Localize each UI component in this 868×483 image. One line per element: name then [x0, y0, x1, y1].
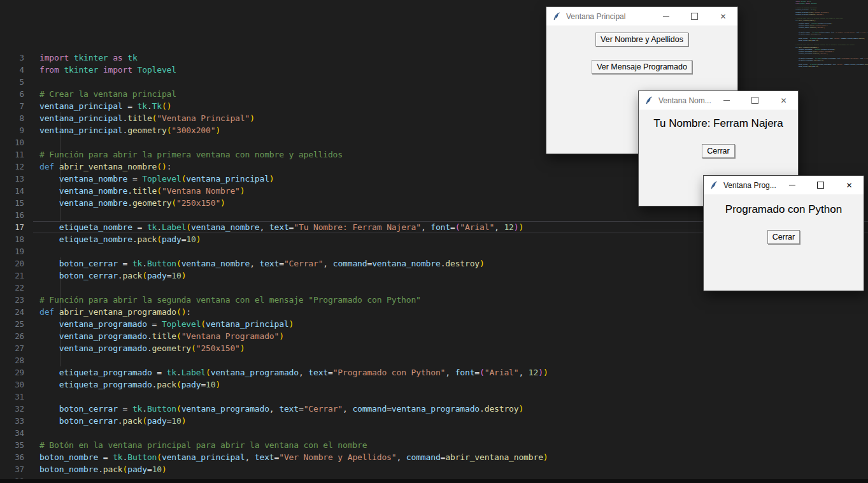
line-number: 12 [0, 161, 24, 173]
minimize-button[interactable] [712, 91, 741, 110]
code-line-31[interactable]: 31 [0, 391, 868, 403]
code-text: ventana_nombre.geometry("250x150") [24, 197, 225, 209]
line-number: 23 [0, 294, 24, 306]
close-button[interactable]: ✕ [769, 91, 798, 110]
maximize-icon [751, 97, 758, 104]
minimize-button[interactable] [651, 7, 680, 25]
close-icon: ✕ [846, 182, 852, 189]
minimize-icon [663, 16, 669, 17]
code-line-32[interactable]: 32 boton_cerrar = tk.Button(ventana_prog… [0, 403, 868, 415]
close-button[interactable]: ✕ [835, 176, 864, 194]
tk-feather-icon [709, 181, 718, 190]
code-text: ventana_nombre.title("Ventana Nombre") [24, 185, 245, 197]
close-icon: ✕ [780, 97, 786, 105]
code-line-28[interactable]: 28 [0, 354, 868, 366]
line-number: 35 [0, 439, 24, 451]
code-text: def abrir_ventana_programado(): [24, 306, 191, 318]
code-line-25[interactable]: 25 ventana_programado = Toplevel(ventana… [0, 318, 868, 330]
code-text: etiqueta_programado = tk.Label(ventana_p… [24, 366, 548, 378]
line-number: 27 [0, 342, 24, 354]
code-text [24, 245, 39, 257]
code-text: ventana_principal.geometry("300x200") [24, 124, 220, 136]
code-line-26[interactable]: 26 ventana_programado.title("Ventana Pro… [0, 330, 868, 342]
code-text: ventana_principal = tk.Tk() [24, 100, 171, 112]
code-line-34[interactable]: 34 [0, 427, 868, 439]
line-number: 22 [0, 282, 24, 294]
minimap[interactable]: import tkinter as tkfrom tkinter import … [793, 0, 868, 70]
line-number: 31 [0, 391, 24, 403]
titlebar-ventana-nombre[interactable]: Ventana Nom... ✕ [639, 91, 798, 110]
maximize-button[interactable] [680, 7, 709, 25]
code-text: boton_cerrar.pack(pady=10) [24, 415, 186, 427]
line-number: 29 [0, 366, 24, 378]
titlebar-ventana-principal[interactable]: Ventana Principal ✕ [546, 7, 737, 25]
window-title: Ventana Prog... [723, 181, 776, 190]
code-line-36[interactable]: 36boton_nombre = tk.Button(ventana_princ… [0, 451, 868, 463]
line-number: 11 [0, 148, 24, 161]
line-number: 28 [0, 354, 24, 366]
line-number: 30 [0, 378, 24, 391]
code-line-27[interactable]: 27 ventana_programado.geometry("250x150"… [0, 342, 868, 354]
code-line-24[interactable]: 24def abrir_ventana_programado(): [0, 306, 868, 318]
code-text: # Crear la ventana principal [24, 88, 176, 100]
programado-label: Programado con Python [725, 203, 842, 216]
code-text: ventana_nombre = Toplevel(ventana_princi… [24, 173, 274, 185]
line-number: 13 [0, 173, 24, 185]
line-number: 25 [0, 318, 24, 330]
window-ventana-programado[interactable]: Ventana Prog... ✕ Programado con Python … [703, 175, 864, 291]
code-text: # Función para abrir la segunda ventana … [24, 294, 421, 306]
code-text: # Botón en la ventana principal para abr… [24, 439, 367, 451]
minimize-button[interactable] [778, 176, 806, 194]
window-body: Programado con Python Cerrar [704, 194, 864, 244]
line-number: 15 [0, 197, 24, 209]
code-text: etiqueta_nombre = tk.Label(ventana_nombr… [24, 221, 523, 233]
maximize-button[interactable] [741, 91, 769, 110]
cerrar-button[interactable]: Cerrar [767, 230, 800, 244]
maximize-button[interactable] [806, 176, 835, 194]
line-number: 32 [0, 403, 24, 415]
code-text [24, 76, 39, 88]
line-number: 3 [0, 52, 24, 64]
window-body: Tu Nombre: Ferram Najera Cerrar [639, 110, 798, 158]
ver-mensaje-programado-button[interactable]: Ver Mensaje Programado [592, 60, 692, 74]
line-number: 9 [0, 124, 24, 136]
titlebar-ventana-programado[interactable]: Ventana Prog... ✕ [704, 176, 864, 194]
ver-nombre-apellidos-button[interactable]: Ver Nombre y Apellidos [595, 32, 688, 47]
line-number: 36 [0, 451, 24, 463]
line-number: 19 [0, 245, 24, 257]
window-title: Ventana Nom... [658, 96, 711, 105]
maximize-icon [817, 182, 824, 189]
cerrar-button[interactable]: Cerrar [702, 144, 734, 158]
close-button[interactable]: ✕ [709, 7, 737, 25]
line-number: 24 [0, 306, 24, 318]
code-text [24, 427, 39, 439]
line-number: 14 [0, 185, 24, 197]
tk-feather-icon [552, 12, 561, 21]
line-number: 6 [0, 88, 24, 100]
minimize-icon [723, 100, 730, 101]
code-text [24, 209, 39, 221]
code-line-30[interactable]: 30 etiqueta_programado.pack(pady=10) [0, 378, 868, 391]
code-text: # Función para abrir la primera ventana … [24, 148, 343, 161]
line-number: 17 [0, 221, 24, 233]
line-number: 34 [0, 427, 24, 439]
line-number: 5 [0, 76, 24, 88]
line-number: 37 [0, 463, 24, 475]
code-line-37[interactable]: 37boton_nombre.pack(pady=10) [0, 463, 868, 475]
code-text: boton_nombre.pack(pady=10) [24, 463, 167, 475]
code-text: boton_nombre = tk.Button(ventana_princip… [24, 451, 548, 463]
code-line-29[interactable]: 29 etiqueta_programado = tk.Label(ventan… [0, 366, 868, 378]
code-text: ventana_principal.title("Ventana Princip… [24, 112, 255, 124]
maximize-icon [691, 13, 698, 20]
code-text [24, 136, 39, 148]
code-text: etiqueta_programado.pack(pady=10) [24, 378, 220, 391]
code-text [24, 282, 39, 294]
code-line-35[interactable]: 35# Botón en la ventana principal para a… [0, 439, 868, 451]
code-line-33[interactable]: 33 boton_cerrar.pack(pady=10) [0, 415, 868, 427]
line-number: 4 [0, 64, 24, 76]
nombre-label: Tu Nombre: Ferram Najera [653, 117, 783, 130]
line-number: 21 [0, 270, 24, 282]
window-title: Ventana Principal [566, 12, 625, 21]
minimize-icon [789, 185, 795, 185]
code-line-23[interactable]: 23# Función para abrir la segunda ventan… [0, 294, 868, 306]
